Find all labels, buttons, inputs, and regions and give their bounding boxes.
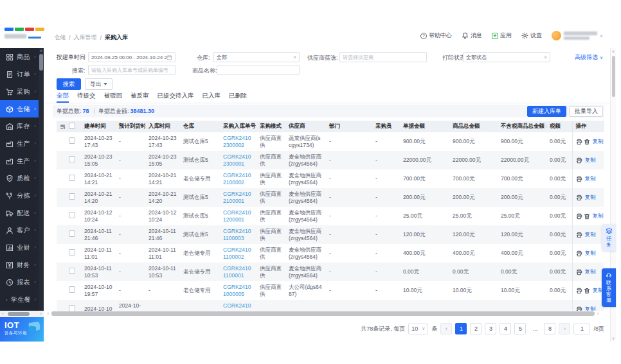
tab-4[interactable]: 已提交待入库 (158, 92, 194, 103)
page-button-8[interactable]: 8 (544, 323, 555, 334)
warehouse-select[interactable]: 全部 ∨ (213, 52, 300, 62)
prev-page-button[interactable]: ‹ (440, 323, 452, 334)
order-number-link[interactable]: CGRK24102100002 (223, 172, 251, 186)
row-checkbox[interactable] (69, 137, 75, 144)
copy-link[interactable]: 复制 (585, 231, 596, 238)
copy-link[interactable]: 复制 (585, 250, 596, 256)
table-hscroll-thumb[interactable] (51, 311, 595, 316)
product-name-input[interactable] (220, 67, 296, 73)
sidebar-scroll-thumb[interactable] (39, 54, 43, 71)
copy-link[interactable]: 复制 (593, 212, 604, 219)
copy-link[interactable]: 复制 (593, 138, 604, 144)
search-button[interactable]: 搜索 (57, 78, 81, 90)
copy-link[interactable]: 复制 (585, 268, 596, 275)
sidebar-item-finance[interactable]: 财务› (0, 256, 39, 273)
page-button-5[interactable]: 5 (514, 323, 526, 334)
sidebar-vertical-scrollbar[interactable]: ∧ (39, 48, 44, 311)
print-icon[interactable] (576, 194, 582, 200)
trash-icon[interactable] (584, 138, 590, 144)
user-menu[interactable]: ∨ (552, 31, 603, 40)
order-number-link[interactable]: CGRK241010 (223, 302, 251, 311)
print-icon[interactable] (576, 306, 582, 311)
date-range-input[interactable]: 2024-09-25 00:00 - 2024-10-24 24:00 (88, 52, 176, 62)
export-button[interactable]: 导出 (85, 78, 113, 90)
select-all-checkbox[interactable] (69, 123, 75, 129)
next-page-button[interactable]: › (559, 323, 570, 334)
sidebar-item-warehouse[interactable]: 仓储› (0, 100, 39, 117)
print-icon[interactable] (576, 250, 582, 256)
order-number-link[interactable]: CGRK24101000005 (223, 284, 251, 297)
page-jump-input[interactable] (573, 324, 590, 334)
sidebar-item-business-finance[interactable]: 业财› (0, 239, 39, 256)
order-number-link[interactable]: CGRK24102100001 (223, 191, 251, 204)
page-button-3[interactable]: 3 (485, 323, 496, 334)
search-input-box[interactable] (88, 65, 176, 75)
tasks-float-button[interactable]: 任务 (602, 224, 616, 251)
sidebar-hscroll-thumb[interactable] (8, 312, 30, 316)
sidebar-item-qc[interactable]: 质检› (0, 169, 39, 187)
copy-link[interactable]: 复制 (585, 306, 596, 311)
iot-banner[interactable]: IOT 设备与环境 (0, 317, 44, 342)
supplier-filter-input[interactable] (339, 52, 427, 62)
row-checkbox[interactable] (69, 286, 75, 293)
print-icon[interactable] (576, 212, 582, 219)
tab-3[interactable]: 被反审 (130, 92, 149, 103)
table-horizontal-scrollbar[interactable]: ‹ › (45, 311, 611, 316)
order-number-link[interactable]: CGRK24101100003 (223, 228, 251, 241)
sidebar-item-goods[interactable]: 商品› (0, 48, 39, 65)
scroll-left-icon[interactable]: ‹ (45, 311, 51, 316)
supplier-input[interactable] (343, 55, 424, 60)
breadcrumb-item[interactable]: 入库管理 (74, 33, 97, 42)
row-checkbox[interactable] (69, 249, 75, 256)
scroll-down-icon[interactable]: ∨ (611, 335, 616, 342)
order-number-link[interactable]: CGRK24102300001 (223, 153, 251, 167)
tab-0[interactable]: 全部 (57, 92, 69, 103)
scroll-up-icon[interactable]: ∧ (39, 48, 44, 53)
messages-button[interactable]: 消息 (462, 31, 482, 40)
advanced-filter-link[interactable]: 高级筛选 ∨ (575, 53, 603, 62)
row-checkbox[interactable] (69, 156, 75, 162)
page-button-1[interactable]: 1 (455, 323, 467, 334)
sidebar-item-delivery[interactable]: 配送› (0, 204, 39, 221)
page-button-4[interactable]: 4 (500, 323, 511, 334)
sidebar-item-production[interactable]: 生产› (0, 152, 39, 169)
settings-button[interactable]: 设置 (521, 31, 542, 40)
copy-link[interactable]: 复制 (585, 175, 596, 182)
row-checkbox[interactable] (69, 193, 75, 200)
print-icon[interactable] (576, 157, 582, 163)
search-input[interactable] (91, 67, 172, 73)
page-scroll-thumb[interactable] (612, 56, 615, 97)
order-number-link[interactable]: CGRK24101100001 (223, 265, 251, 279)
trash-icon[interactable] (584, 212, 590, 219)
sidebar-item-production[interactable]: 生产› (0, 135, 39, 152)
order-number-link[interactable]: CGRK24101200001 (223, 209, 251, 223)
sidebar-item-student-meal[interactable]: 学生餐› (0, 291, 39, 308)
sidebar-item-inventory[interactable]: 库存› (0, 117, 39, 135)
tab-6[interactable]: 已删除 (229, 92, 248, 103)
create-inbound-button[interactable]: 新建入库单 (527, 106, 566, 117)
sidebar-item-reports[interactable]: 报表› (0, 273, 39, 291)
page-button-2[interactable]: 2 (470, 323, 482, 334)
print-status-select[interactable]: 全部状态 ∨ (463, 52, 550, 62)
breadcrumb-item[interactable]: 仓储 (54, 33, 66, 42)
print-icon[interactable] (576, 175, 582, 182)
page-size-select[interactable]: 10 ∨ (408, 324, 428, 334)
row-checkbox[interactable] (69, 305, 75, 311)
tab-1[interactable]: 待提交 (77, 92, 96, 103)
row-checkbox[interactable] (69, 212, 75, 218)
order-number-link[interactable]: CGRK24102300002 (223, 135, 251, 148)
row-checkbox[interactable] (69, 230, 75, 237)
scroll-left-icon[interactable]: ‹ (0, 311, 6, 317)
order-number-link[interactable]: CGRK24101100002 (223, 247, 251, 260)
sidebar-item-customer[interactable]: 客户› (0, 221, 39, 239)
sidebar-item-purchase[interactable]: 采购› (0, 83, 39, 100)
print-icon[interactable] (576, 138, 582, 144)
batch-import-button[interactable]: 批量导入 (570, 106, 603, 117)
scroll-right-icon[interactable]: › (595, 311, 601, 316)
scroll-up-icon[interactable]: ∧ (611, 48, 616, 55)
scroll-right-icon[interactable]: › (38, 311, 44, 317)
tab-5[interactable]: 已入库 (203, 92, 221, 103)
row-checkbox[interactable] (69, 175, 75, 181)
tab-2[interactable]: 被驳回 (104, 92, 123, 103)
apps-button[interactable]: + 应用 (492, 31, 512, 40)
